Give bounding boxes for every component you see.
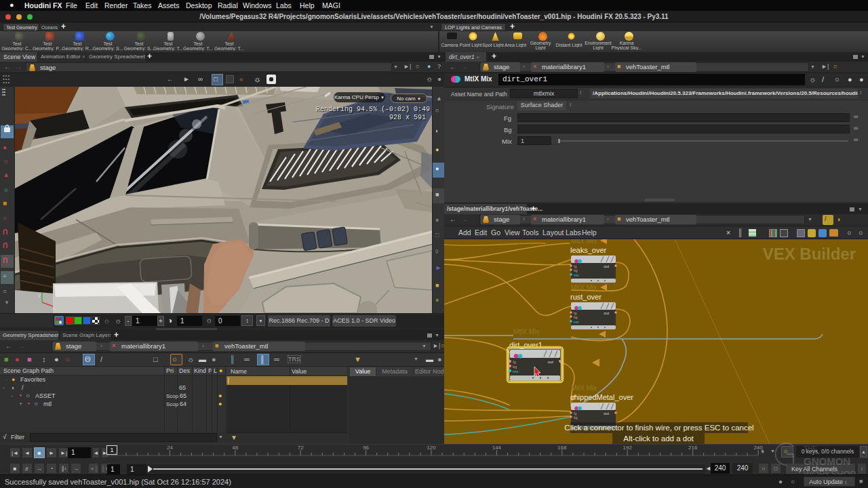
svg-text:out: out [604,411,609,415]
svg-text:fg: fg [513,360,516,364]
svg-text:MtlX Mix: MtlX Mix [571,384,597,392]
svg-text:out: out [604,264,609,268]
svg-text:mix: mix [513,369,519,373]
svg-text:Click a connector to finish wi: Click a connector to finish wire, or pre… [564,424,753,432]
svg-text:VEX Builder: VEX Builder [763,245,856,263]
svg-text:24: 24 [167,445,173,451]
svg-text:240: 240 [753,445,763,451]
svg-text:leaks_over: leaks_over [570,246,607,254]
svg-text:168: 168 [557,445,567,451]
svg-text:x: x [53,306,56,311]
svg-text:GNOMON: GNOMON [804,455,850,467]
svg-text:mix: mix [574,273,579,277]
svg-text:MtlX Mix: MtlX Mix [571,239,597,245]
svg-text:96: 96 [363,445,369,451]
svg-text:Alt-click to add a dot: Alt-click to add a dot [623,434,694,443]
svg-text:MtlX Mix: MtlX Mix [513,328,539,336]
svg-text:72: 72 [298,445,304,451]
svg-text:bg: bg [574,268,578,272]
svg-text:216: 216 [688,445,698,451]
svg-text:rust_over: rust_over [570,293,601,301]
svg-text:MtlX Mix: MtlX Mix [571,284,597,291]
svg-text:144: 144 [492,445,502,451]
svg-text:mix: mix [574,320,579,324]
svg-text:out: out [604,311,609,315]
svg-text:bg: bg [513,365,517,369]
svg-text:192: 192 [623,445,633,451]
svg-text:120: 120 [427,445,436,451]
svg-text:y: y [38,293,41,298]
svg-text:THE: THE [804,445,817,453]
svg-text:bg: bg [574,415,578,420]
svg-text:bg: bg [574,315,578,319]
svg-text:out: out [548,360,554,364]
svg-text:48: 48 [232,445,238,451]
svg-text:chippedMetal_over: chippedMetal_over [570,393,633,401]
